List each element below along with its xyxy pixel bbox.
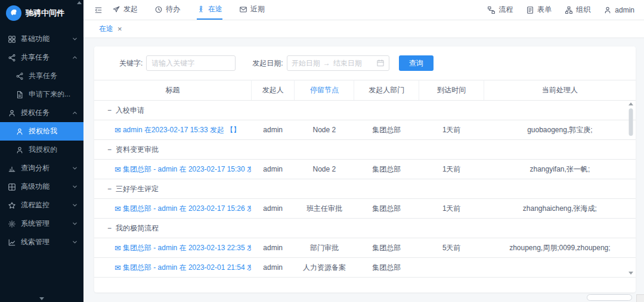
app-logo[interactable]: 驰骋中间件 xyxy=(0,0,83,26)
sidebar-item-label: 申请下来的... xyxy=(29,89,70,99)
user-icon xyxy=(16,146,24,154)
sidebar-item-shared-tasks[interactable]: 共享任务 xyxy=(0,67,83,85)
gear-icon xyxy=(8,220,16,228)
col-title: 标题 xyxy=(94,80,251,101)
process-title-link[interactable]: ✉集团总部 - admin 在 2023-02-17 15:26 发起 xyxy=(114,204,251,214)
collapse-group-icon: − xyxy=(107,145,116,154)
page-tab-in-transit[interactable]: 在途 × xyxy=(93,21,128,36)
sidebar-item-process-monitor[interactable]: 流程监控 xyxy=(0,196,83,214)
nav-organization[interactable]: 组织 xyxy=(565,0,590,20)
user-icon xyxy=(8,109,16,117)
sidebar-item-label: 查询分析 xyxy=(21,163,49,173)
sidebar-item-applied-down[interactable]: 申请下来的... xyxy=(0,85,83,104)
org-tree-icon xyxy=(565,6,573,14)
share-icon xyxy=(16,72,24,80)
node-cell: 人力资源备案 xyxy=(295,258,354,278)
chevron-up-icon xyxy=(72,110,78,116)
date-range-picker[interactable]: 开始日期 → 结束日期 xyxy=(287,55,389,71)
top-nav-tabs: 发起 待办 在途 近期 xyxy=(112,0,265,20)
calendar-icon xyxy=(376,59,385,67)
collapse-group-icon: − xyxy=(107,106,116,114)
sidebar-item-label: 共享任务 xyxy=(29,71,57,81)
table-vertical-scrollbar[interactable] xyxy=(627,102,634,275)
top-right-menu: 流程 表单 组织 admin xyxy=(487,0,634,20)
mail-icon: ✉ xyxy=(114,244,121,252)
process-title-link[interactable]: ✉集团总部 - admin 在 2023-02-01 21:54 发起 xyxy=(114,263,251,273)
col-current-node[interactable]: 停留节点 xyxy=(295,80,354,101)
tab-in-transit[interactable]: 在途 xyxy=(197,0,222,20)
grid-icon xyxy=(8,35,16,43)
clock-icon xyxy=(154,5,163,14)
process-title: 集团总部 - admin 在 2023-02-17 15:30 发起 xyxy=(123,164,251,175)
arrived-cell: 5天前 xyxy=(419,238,484,258)
flow-icon xyxy=(487,6,496,14)
app-root: 驰骋中间件 基础功能 共享任务 共享任务 申请下来的... xyxy=(0,0,644,302)
tab-recent[interactable]: 近期 xyxy=(239,0,265,20)
sidebar-item-label: 共享任务 xyxy=(21,52,49,63)
nav-form[interactable]: 表单 xyxy=(526,0,552,20)
sidebar-item-query-analysis[interactable]: 查询分析 xyxy=(0,159,83,178)
close-tab-icon[interactable]: × xyxy=(117,25,122,33)
process-table: 标题 发起人 停留节点 发起人部门 到达时间 当前处理人 −入校申 xyxy=(94,80,636,278)
walking-person-icon xyxy=(197,5,205,14)
mail-icon: ✉ xyxy=(114,264,121,272)
tab-todo[interactable]: 待办 xyxy=(154,0,180,20)
table-group-row[interactable]: −资料变更审批 xyxy=(94,140,636,160)
sidebar-item-advanced-functions[interactable]: 高级功能 xyxy=(0,178,83,196)
tab-label: 近期 xyxy=(250,4,265,14)
chevron-down-icon xyxy=(72,184,78,189)
sidebar-menu: 基础功能 共享任务 共享任务 申请下来的... 授权任务 xyxy=(0,30,83,251)
tab-start[interactable]: 发起 xyxy=(112,0,138,20)
process-title: 集团总部 - admin 在 2023-02-17 15:26 发起 xyxy=(123,204,251,214)
scrollbar-thumb[interactable] xyxy=(629,108,633,136)
process-title: 集团总部 - admin 在 2023-02-01 21:54 发起 xyxy=(123,263,251,273)
dept-cell: 集团总部 xyxy=(354,258,419,278)
chevron-down-icon xyxy=(72,203,78,208)
bar-chart-icon xyxy=(8,164,16,173)
query-button[interactable]: 查询 xyxy=(399,55,434,71)
sidebar-collapse-button[interactable] xyxy=(94,0,103,20)
sidebar-item-clue-management[interactable]: 线索管理 xyxy=(0,233,83,251)
chevron-down-icon xyxy=(72,239,78,245)
sidebar-item-basic-functions[interactable]: 基础功能 xyxy=(0,30,83,48)
sidebar-item-label: 我授权的 xyxy=(29,145,57,155)
node-cell: Node 2 xyxy=(295,120,354,140)
start-date-label: 发起日期: xyxy=(252,58,283,69)
arrived-cell: 1天前 xyxy=(419,160,484,179)
col-arrival-time: 到达时间 xyxy=(419,80,484,101)
scrollbar-corner xyxy=(636,294,644,302)
filter-bar: 关键字: 发起日期: 开始日期 → 结束日期 查询 xyxy=(94,46,636,80)
table-group-row[interactable]: −我的极简流程 xyxy=(94,219,636,238)
sidebar-item-label: 系统管理 xyxy=(21,219,49,229)
chevron-up-icon xyxy=(72,55,78,60)
nav-process[interactable]: 流程 xyxy=(487,0,513,20)
sidebar-item-my-authorized[interactable]: 我授权的 xyxy=(0,141,83,159)
line-chart-icon xyxy=(8,238,16,247)
user-icon xyxy=(16,127,24,136)
mail-icon: ✉ xyxy=(114,166,121,173)
sidebar-scroll-up-icon[interactable] xyxy=(77,1,82,4)
sidebar-item-shared-tasks-group[interactable]: 共享任务 xyxy=(0,48,83,67)
sidebar-item-authorized-to-me[interactable]: 授权给我 xyxy=(0,122,83,141)
sidebar: 驰骋中间件 基础功能 共享任务 共享任务 申请下来的... xyxy=(0,0,83,302)
sidebar-item-label: 高级功能 xyxy=(21,182,49,192)
process-title-link[interactable]: ✉集团总部 - admin 在 2023-02-13 22:35 发起 xyxy=(114,243,251,253)
process-title-link[interactable]: ✉集团总部 - admin 在 2023-02-17 15:30 发起 xyxy=(114,164,251,175)
nav-label: 组织 xyxy=(576,5,590,15)
table-group-row[interactable]: −入校申请 xyxy=(94,101,636,120)
table-group-row[interactable]: −三好学生评定 xyxy=(94,179,636,199)
sidebar-item-authorized-tasks-group[interactable]: 授权任务 xyxy=(0,104,83,122)
table-row: ✉集团总部 - admin 在 2023-02-01 21:54 发起 admi… xyxy=(94,258,636,278)
sidebar-scroll-down-icon[interactable] xyxy=(39,297,44,300)
scroll-up-arrow-icon[interactable] xyxy=(628,102,633,105)
process-title-link[interactable]: ✉admin 在2023-02-17 15:33 发起 【】 xyxy=(114,125,240,135)
horizontal-scrollbar-thumb[interactable] xyxy=(587,294,632,301)
scroll-down-arrow-icon[interactable] xyxy=(628,272,633,275)
keyword-label: 关键字: xyxy=(119,58,143,69)
group-name: 资料变更审批 xyxy=(116,145,159,154)
sidebar-item-system-management[interactable]: 系统管理 xyxy=(0,214,83,233)
share-icon xyxy=(8,54,16,62)
handler-cell: zhanghaicheng,张海成; xyxy=(484,199,636,219)
keyword-input[interactable] xyxy=(146,55,236,71)
user-menu[interactable]: admin xyxy=(603,0,634,20)
